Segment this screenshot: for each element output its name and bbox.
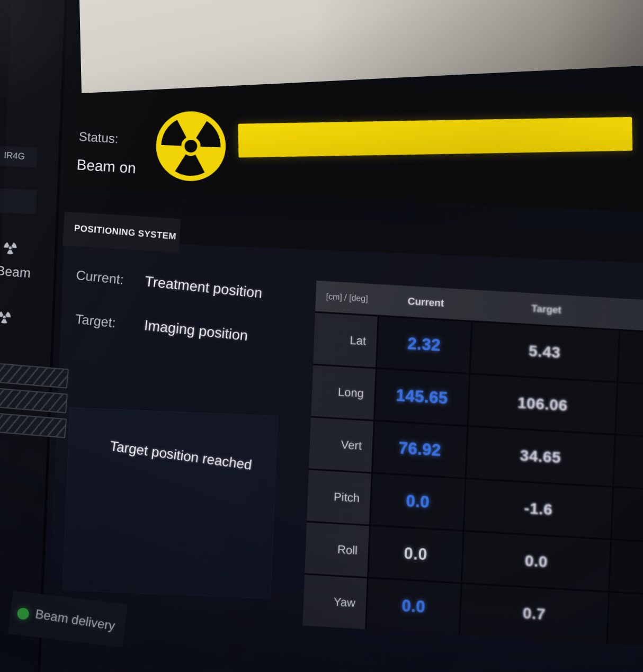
current-value: 76.92 (398, 438, 441, 460)
current-column-header: Current (407, 295, 444, 309)
target-value: 0.7 (522, 604, 546, 623)
current-value-cell: 0.0 (369, 526, 463, 582)
row-label: Lat (313, 313, 378, 368)
target-value: 0.0 (524, 552, 548, 571)
tab-label: POSITIONING SYSTEM (63, 222, 176, 242)
target-value: 106.06 (517, 393, 568, 415)
monitor-screen: IR4G Beam Status: Beam on (0, 0, 643, 672)
message-panel (62, 407, 279, 599)
row-label: Vert (309, 418, 373, 472)
unit-header: [cm] / [deg] (326, 292, 368, 304)
status-label: Status: (78, 129, 119, 147)
beam-progress-bar (238, 117, 632, 158)
current-value: 145.65 (396, 386, 448, 408)
filler-cell (616, 383, 643, 438)
row-label: Yaw (302, 575, 367, 629)
row-label: Long (311, 365, 376, 420)
target-value: 5.43 (529, 342, 561, 362)
target-value-cell: 106.06 (469, 374, 617, 434)
left-beam-label: Beam (0, 263, 31, 281)
current-value-cell: 0.0 (367, 578, 461, 634)
radiation-icon (0, 309, 13, 326)
green-status-led-icon (16, 607, 29, 620)
row-label: Roll (305, 522, 369, 577)
current-value: 0.0 (401, 596, 426, 617)
row-label: Pitch (307, 470, 371, 524)
radiation-icon (2, 239, 19, 256)
target-value-cell: 0.7 (460, 584, 608, 643)
filler-cell (618, 330, 643, 386)
target-value-cell: 5.43 (471, 322, 619, 381)
target-column-header: Target (531, 303, 561, 316)
current-value: 2.32 (407, 334, 441, 355)
left-panel-block (0, 187, 37, 214)
filler-cell (614, 435, 643, 490)
screen-stage: IR4G Beam Status: Beam on (0, 0, 643, 672)
target-value: -1.6 (524, 499, 553, 518)
current-value-cell: 2.32 (377, 317, 471, 373)
target-value: 34.65 (520, 446, 561, 467)
radiation-trefoil-icon (152, 105, 229, 186)
target-value-cell: 0.0 (462, 532, 610, 591)
filler-cell (610, 540, 643, 595)
coordinates-table: [cm] / [deg] Current Target Lat 2.32 5.4… (302, 281, 643, 648)
current-value-cell: 0.0 (371, 474, 465, 530)
beam-delivery-label: Beam delivery (34, 606, 117, 633)
filler-cell (608, 593, 643, 648)
filler-cell (612, 488, 643, 543)
current-value-cell: 76.92 (373, 422, 467, 478)
current-value: 0.0 (404, 544, 428, 565)
current-value: 0.0 (406, 491, 430, 512)
tab-positioning-system[interactable]: POSITIONING SYSTEM (62, 212, 181, 253)
device-label: IR4G (4, 150, 25, 162)
current-value-cell: 145.65 (375, 369, 469, 425)
target-value-cell: 34.65 (467, 427, 614, 486)
target-value-cell: -1.6 (465, 479, 612, 539)
